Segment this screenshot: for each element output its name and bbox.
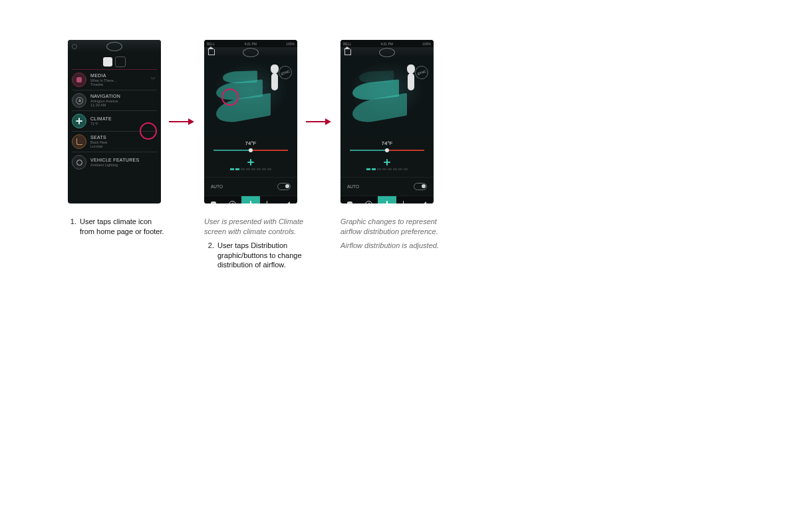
occupant-figure-icon bbox=[407, 65, 415, 90]
menu-title: NAVIGATION bbox=[90, 94, 120, 99]
navigation-icon bbox=[72, 93, 86, 108]
caption-step-2: User is presented with Climate screen wi… bbox=[204, 217, 304, 270]
auto-row: AUTO bbox=[204, 177, 297, 196]
auto-toggle[interactable] bbox=[277, 183, 291, 190]
status-time: 4:21 PM bbox=[244, 42, 257, 46]
status-bar: BELL 4:21 PM 100% bbox=[340, 40, 434, 47]
menu-sub: Ambient Lighting bbox=[90, 163, 140, 167]
menu-title: SEATS bbox=[90, 135, 107, 140]
menu-sub: 71°F bbox=[90, 122, 112, 126]
fan-speed-slider[interactable] bbox=[350, 168, 424, 170]
menu-item-media[interactable]: MEDIA What Is There... Tinashe ▭ bbox=[72, 69, 157, 90]
tab-media[interactable] bbox=[204, 196, 223, 203]
caption-text: User taps climate icon from home page or… bbox=[78, 217, 166, 237]
temperature-readout: 74°F bbox=[213, 140, 288, 146]
tab-bar bbox=[340, 196, 434, 203]
caption-text: User taps Distribution graphic/buttons t… bbox=[216, 241, 304, 271]
fan-speed-slider[interactable] bbox=[213, 168, 288, 170]
app-header bbox=[204, 47, 297, 58]
tab-navigation[interactable] bbox=[359, 196, 378, 203]
caption-step-1: User taps climate icon from home page or… bbox=[66, 217, 166, 237]
menu-sub: Tinashe bbox=[90, 82, 116, 86]
caption-desc: User is presented with Climate screen wi… bbox=[204, 217, 304, 237]
occupant-figure-icon bbox=[271, 65, 279, 90]
home-icon[interactable] bbox=[344, 49, 351, 57]
seat-driver-icon[interactable] bbox=[103, 57, 112, 66]
seat-selector[interactable] bbox=[68, 53, 161, 69]
sync-button[interactable]: SYNC bbox=[413, 64, 430, 81]
phone-climate-screen-before: BELL 4:21 PM 100% SYNC 74°F AUTO bbox=[204, 40, 297, 203]
tab-navigation[interactable] bbox=[223, 196, 241, 203]
brand-logo-icon bbox=[379, 48, 395, 57]
flow-arrow-1 bbox=[169, 118, 194, 125]
menu-item-vehicle-features[interactable]: VEHICLE FEATURES Ambient Lighting bbox=[72, 152, 157, 172]
airflow-distribution-graphic[interactable]: SYNC bbox=[204, 58, 297, 138]
device-icon: ▭ bbox=[151, 75, 156, 80]
temperature-slider[interactable] bbox=[350, 148, 424, 152]
home-icon[interactable] bbox=[208, 49, 215, 57]
caption-result: Graphic changes to represent airflow dis… bbox=[340, 217, 440, 255]
tap-indicator-icon bbox=[140, 122, 157, 140]
auto-label: AUTO bbox=[211, 184, 223, 189]
home-menu-list: MEDIA What Is There... Tinashe ▭ NAVIGAT… bbox=[68, 69, 161, 172]
brand-logo-icon bbox=[243, 48, 259, 57]
tab-sound[interactable] bbox=[279, 196, 297, 203]
sync-button[interactable]: SYNC bbox=[277, 64, 294, 81]
tab-seats[interactable] bbox=[260, 196, 279, 203]
vehicle-features-icon bbox=[72, 155, 86, 170]
status-time: 4:21 PM bbox=[380, 42, 393, 46]
phone-home-screen: MEDIA What Is There... Tinashe ▭ NAVIGAT… bbox=[68, 40, 161, 203]
tab-climate[interactable] bbox=[378, 196, 396, 203]
fan-icon bbox=[247, 159, 254, 167]
menu-sub: Lumbar bbox=[90, 144, 107, 148]
tab-seats[interactable] bbox=[396, 196, 415, 203]
tap-indicator-icon bbox=[221, 88, 239, 106]
menu-title: VEHICLE FEATURES bbox=[90, 158, 140, 163]
media-icon bbox=[72, 72, 86, 87]
caption-desc: Graphic changes to represent airflow dis… bbox=[340, 217, 440, 237]
status-battery: 100% bbox=[422, 42, 431, 46]
seats-icon bbox=[72, 134, 86, 149]
airflow-distribution-graphic[interactable]: SYNC bbox=[340, 58, 434, 138]
menu-title: CLIMATE bbox=[90, 116, 112, 122]
tab-sound[interactable] bbox=[415, 196, 434, 203]
tab-media[interactable] bbox=[340, 196, 359, 203]
seat-passenger-icon[interactable] bbox=[115, 57, 126, 67]
app-header bbox=[68, 40, 161, 53]
temperature-readout: 74°F bbox=[350, 140, 424, 146]
temperature-slider[interactable] bbox=[213, 148, 288, 152]
phone-climate-screen-after: BELL 4:21 PM 100% SYNC 74°F AUTO bbox=[340, 40, 434, 203]
app-header bbox=[340, 47, 434, 58]
auto-toggle[interactable] bbox=[414, 183, 427, 190]
tab-climate[interactable] bbox=[241, 196, 260, 203]
climate-icon bbox=[72, 114, 86, 128]
menu-title: MEDIA bbox=[90, 73, 116, 78]
menu-item-navigation[interactable]: NAVIGATION Arlington Avenue 11:20 AM bbox=[72, 90, 157, 110]
menu-sub: 11:20 AM bbox=[90, 103, 120, 107]
tab-bar bbox=[204, 196, 297, 203]
notification-dot-icon bbox=[72, 44, 77, 49]
caption-desc: Airflow distribution is adjusted. bbox=[340, 241, 440, 251]
fan-icon bbox=[384, 159, 390, 167]
auto-row: AUTO bbox=[340, 177, 434, 196]
flow-arrow-2 bbox=[306, 118, 331, 125]
status-carrier: BELL bbox=[207, 42, 215, 46]
status-bar: BELL 4:21 PM 100% bbox=[204, 40, 297, 47]
status-carrier: BELL bbox=[343, 42, 351, 46]
brand-logo-icon bbox=[106, 42, 122, 51]
auto-label: AUTO bbox=[347, 184, 359, 189]
status-battery: 100% bbox=[286, 42, 295, 46]
